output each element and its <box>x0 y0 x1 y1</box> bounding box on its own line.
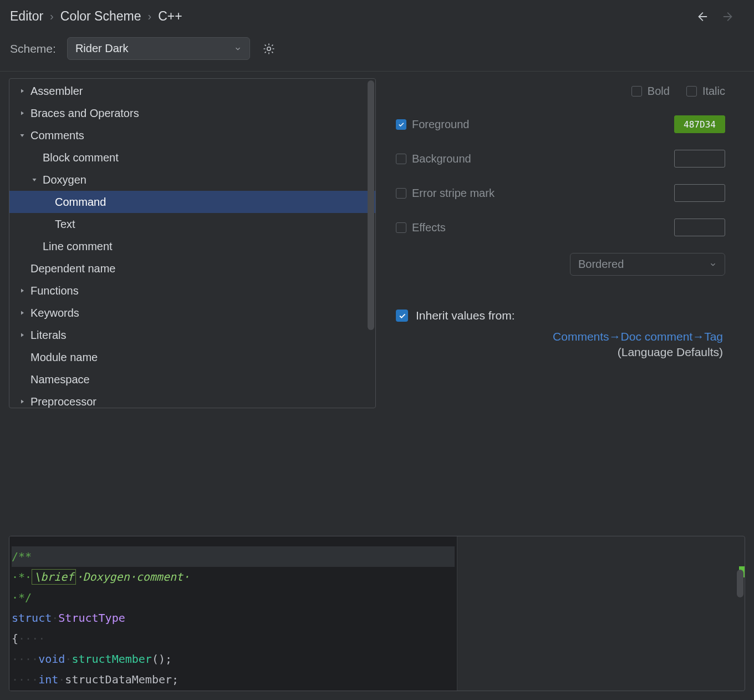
forward-button <box>722 10 735 23</box>
tree-item-label: Dependent name <box>28 262 115 275</box>
breadcrumb-cpp[interactable]: C++ <box>158 9 182 24</box>
inherit-link[interactable]: Comments→Doc comment→Tag <box>396 330 723 343</box>
code-ws: · <box>65 652 72 666</box>
scheme-label: Scheme: <box>10 42 56 55</box>
effects-swatch[interactable] <box>674 219 725 236</box>
code-marker-gutter <box>457 536 745 691</box>
code-token: ·Doxygen·comment· <box>76 570 190 584</box>
tree-item-label: Command <box>53 196 106 209</box>
tree-item-label: Line comment <box>40 240 113 253</box>
expand-icon <box>16 310 28 316</box>
checkbox-checked-icon <box>396 119 406 130</box>
foreground-checkbox[interactable]: Foreground <box>396 118 674 131</box>
checkbox-icon <box>396 188 406 199</box>
foreground-label: Foreground <box>412 118 469 131</box>
main-split: AssemblerBraces and OperatorsCommentsBlo… <box>0 72 754 527</box>
tree-item[interactable]: Dependent name <box>9 257 375 280</box>
code-token: ; <box>172 673 179 686</box>
tree-item[interactable]: Braces and Operators <box>9 102 375 124</box>
scheme-dropdown[interactable]: Rider Dark <box>67 37 250 60</box>
code-token: void <box>38 652 65 666</box>
inherit-label: Inherit values from: <box>416 309 515 322</box>
tree-item[interactable]: Doxygen <box>9 169 375 191</box>
code-ws: ···· <box>12 652 38 666</box>
tree-item-label: Braces and Operators <box>28 107 139 120</box>
breadcrumb-color-scheme[interactable]: Color Scheme <box>60 9 141 24</box>
code-ws: · <box>52 611 58 625</box>
expand-icon <box>16 287 28 294</box>
checkbox-icon <box>396 154 406 164</box>
code-token: (); <box>152 652 172 666</box>
settings-page: Editor › Color Scheme › C++ Scheme: Ride… <box>0 0 754 700</box>
code-scrollbar[interactable] <box>737 570 743 597</box>
chevron-down-icon <box>709 261 717 268</box>
effects-option: Bordered <box>578 258 624 271</box>
tree-item[interactable]: Assembler <box>9 80 375 102</box>
error-stripe-checkbox[interactable]: Error stripe mark <box>396 187 674 200</box>
expand-icon <box>16 398 28 405</box>
tree-item-label: Doxygen <box>40 174 86 186</box>
tree-scrollbar[interactable] <box>368 80 374 330</box>
expand-icon <box>16 110 28 116</box>
category-tree[interactable]: AssemblerBraces and OperatorsCommentsBlo… <box>9 78 376 408</box>
tree-item[interactable]: Literals <box>9 324 375 346</box>
breadcrumb-separator: › <box>45 10 58 23</box>
error-stripe-swatch[interactable] <box>674 184 725 202</box>
tree-item[interactable]: Preprocessor <box>9 390 375 408</box>
inherit-sublabel: (Language Defaults) <box>396 346 723 359</box>
expand-icon <box>16 132 28 139</box>
code-token: { <box>12 632 18 645</box>
italic-checkbox[interactable]: Italic <box>686 85 725 98</box>
tree-item-label: Functions <box>28 285 79 297</box>
checkbox-icon <box>686 86 697 97</box>
tree-item-label: Keywords <box>28 307 79 319</box>
tree-item-label: Module name <box>28 351 98 364</box>
tree-item[interactable]: Namespace <box>9 368 375 390</box>
tree-item-label: Preprocessor <box>28 395 96 408</box>
code-editor[interactable]: /** ·*·\brief·Doxygen·comment· ·*/ struc… <box>9 536 457 691</box>
code-ws: · <box>58 673 65 686</box>
tree-item[interactable]: Line comment <box>9 235 375 257</box>
background-swatch[interactable] <box>674 150 725 168</box>
bold-label: Bold <box>648 85 670 98</box>
svg-point-0 <box>267 47 271 50</box>
foreground-swatch[interactable]: 487D34 <box>674 115 725 133</box>
tree-item[interactable]: Module name <box>9 346 375 368</box>
tree-item[interactable]: Text <box>9 213 375 235</box>
back-button[interactable] <box>695 10 709 23</box>
doxygen-command-token: \brief <box>32 569 76 585</box>
code-preview: /** ·*·\brief·Doxygen·comment· ·*/ struc… <box>9 536 745 691</box>
breadcrumb-separator: › <box>144 10 156 23</box>
expand-icon <box>28 176 40 183</box>
checkbox-icon <box>631 86 642 97</box>
effects-label: Effects <box>412 221 446 234</box>
italic-label: Italic <box>702 85 725 98</box>
scheme-selected: Rider Dark <box>75 42 129 55</box>
checkbox-checked-icon <box>396 310 408 322</box>
tree-item[interactable]: Comments <box>9 124 375 146</box>
code-token: structDataMember <box>65 673 172 686</box>
gear-icon[interactable] <box>261 41 277 57</box>
code-token: structMember <box>72 652 152 666</box>
effects-checkbox[interactable]: Effects <box>396 221 674 234</box>
nav-arrows <box>695 10 744 23</box>
bold-checkbox[interactable]: Bold <box>631 85 670 98</box>
chevron-down-icon <box>234 45 242 53</box>
tree-item[interactable]: Block comment <box>9 146 375 169</box>
code-token: ·*· <box>12 570 32 584</box>
code-ws: ···· <box>12 673 38 686</box>
breadcrumb-editor[interactable]: Editor <box>10 9 43 24</box>
background-checkbox[interactable]: Background <box>396 153 674 165</box>
tree-item[interactable]: Functions <box>9 280 375 302</box>
expand-icon <box>16 88 28 94</box>
effects-dropdown[interactable]: Bordered <box>570 253 725 276</box>
code-token: StructType <box>58 611 125 625</box>
code-ws: ···· <box>18 632 45 645</box>
inherit-checkbox[interactable]: Inherit values from: <box>396 309 725 322</box>
tree-item-label: Namespace <box>28 373 90 386</box>
tree-item[interactable]: Command <box>9 191 375 213</box>
tree-item-label: Assembler <box>28 85 83 98</box>
scheme-row: Scheme: Rider Dark <box>0 33 754 72</box>
tree-item[interactable]: Keywords <box>9 302 375 324</box>
tree-item-label: Literals <box>28 329 66 342</box>
